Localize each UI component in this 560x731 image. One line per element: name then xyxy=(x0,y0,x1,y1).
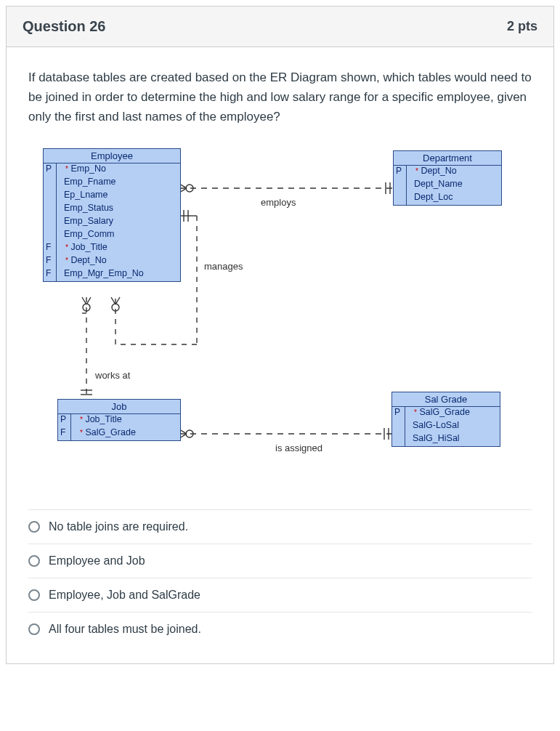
svg-line-13 xyxy=(111,297,115,304)
answer-text: All four tables must be joined. xyxy=(49,623,201,636)
entity-employee: Employee PFFF* Emp_No Emp_Fname Ep_Lname… xyxy=(43,148,181,282)
entity-department: Department P* Dept_No Dept_Name Dept_Loc xyxy=(393,150,502,206)
entity-job-body: PF* Job_Title* SalG_Grade xyxy=(58,414,180,440)
entity-job-title: Job xyxy=(58,400,180,414)
svg-line-14 xyxy=(115,297,120,304)
entity-employee-title: Employee xyxy=(44,149,180,163)
question-body: If database tables are created based on … xyxy=(7,47,553,663)
question-header: Question 26 2 pts xyxy=(7,7,553,47)
svg-point-1 xyxy=(186,185,193,192)
entity-salgrade-body: P* SalG_Grade SalG-LoSal SalG_HiSal xyxy=(392,407,500,446)
entity-salgrade-title: Sal Grade xyxy=(392,392,500,407)
entity-department-body: P* Dept_No Dept_Name Dept_Loc xyxy=(394,166,501,205)
svg-point-12 xyxy=(112,304,119,311)
relation-manages: manages xyxy=(204,261,243,272)
answer-option[interactable]: Employee, Job and SalGrade xyxy=(28,578,532,612)
question-points: 2 pts xyxy=(507,19,537,34)
entity-department-title: Department xyxy=(394,151,501,166)
question-card: Question 26 2 pts If database tables are… xyxy=(6,6,554,664)
answer-option[interactable]: Employee and Job xyxy=(28,544,532,578)
answer-option[interactable]: All four tables must be joined. xyxy=(28,612,532,646)
answer-option[interactable]: No table joins are required. xyxy=(28,509,532,544)
answer-text: Employee and Job xyxy=(49,554,145,568)
svg-line-17 xyxy=(82,297,86,304)
entity-job: Job PF* Job_Title* SalG_Grade xyxy=(57,399,181,441)
relation-worksat: works at xyxy=(95,370,130,381)
answer-list: No table joins are required. Employee an… xyxy=(28,509,532,646)
relation-employs: employs xyxy=(261,197,296,208)
question-prompt: If database tables are created based on … xyxy=(28,68,532,127)
radio-icon[interactable] xyxy=(28,589,40,601)
answer-text: Employee, Job and SalGrade xyxy=(49,589,200,602)
radio-icon[interactable] xyxy=(28,521,40,533)
entity-employee-body: PFFF* Emp_No Emp_Fname Ep_Lname Emp_Stat… xyxy=(44,163,180,281)
svg-point-23 xyxy=(186,430,193,437)
er-diagram: Employee PFFF* Emp_No Emp_Fname Ep_Lname… xyxy=(28,145,522,493)
svg-point-16 xyxy=(83,304,90,311)
svg-line-18 xyxy=(86,297,91,304)
answer-text: No table joins are required. xyxy=(49,520,188,533)
question-title: Question 26 xyxy=(23,18,105,35)
relation-isassigned: is assigned xyxy=(275,443,322,453)
radio-icon[interactable] xyxy=(28,555,40,567)
radio-icon[interactable] xyxy=(28,623,40,635)
entity-salgrade: Sal Grade P* SalG_Grade SalG-LoSal SalG_… xyxy=(391,392,500,447)
